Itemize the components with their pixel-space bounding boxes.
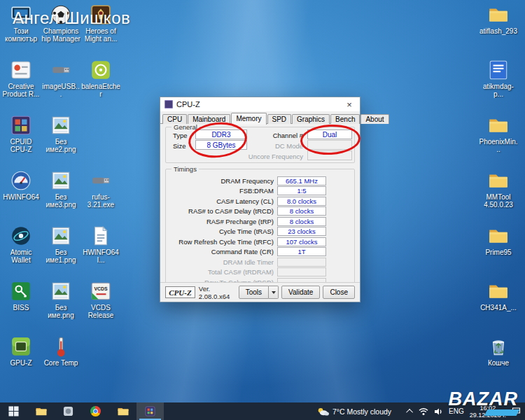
timing-label: DRAM Frequency <box>170 177 277 185</box>
wifi-icon[interactable] <box>419 407 428 416</box>
close-button[interactable]: Close <box>323 286 355 299</box>
timing-value-field: 8.0 clocks <box>277 197 326 206</box>
tools-dropdown-button[interactable] <box>269 286 279 299</box>
desktop-icon-imageusb[interactable]: imageUSB... <box>41 58 80 113</box>
desktop-icon-ch341a[interactable]: CH341A_... <box>479 279 518 335</box>
desktop-icon-без-име3-png[interactable]: Без име3.png <box>41 169 80 224</box>
chevron-up-icon[interactable] <box>408 409 413 414</box>
creative-icon <box>9 58 33 82</box>
tools-button[interactable]: Tools <box>239 286 269 299</box>
window-close-button[interactable]: × <box>339 97 360 111</box>
timing-value-field: 1:5 <box>277 186 326 195</box>
desktop-icon-grid-left: Този компютърChampionship Manager 0...He… <box>1 3 121 390</box>
tab-graphics[interactable]: Graphics <box>292 114 330 124</box>
desktop-icon-prime95[interactable]: Prime95 <box>479 224 518 279</box>
desktop-icon-без-име2-png[interactable]: Без име2.png <box>41 113 80 169</box>
desktop-icon-без-име1-png[interactable]: Без име1.png <box>41 224 80 279</box>
desktop-icon-vcds-release-12-12[interactable]: VCDSVCDS Release 12.12 <box>81 279 120 335</box>
timings-legend: Timings <box>172 165 199 173</box>
desktop-icon-balenaetcher[interactable]: balenaEtcher <box>81 58 120 113</box>
atikmdag-icon <box>486 58 510 82</box>
desktop-icon-label: balenaEtcher <box>81 83 120 98</box>
desktop-icon-label: Creative Product R... <box>1 83 41 98</box>
timing-value-field: 23 clocks <box>277 227 326 236</box>
tab-bench[interactable]: Bench <box>330 114 360 124</box>
desktop-icon-label: rufus-3.21.exe <box>81 193 120 209</box>
folder-icon <box>486 224 510 248</box>
desktop-icon-label: Atomic Wallet <box>1 248 41 264</box>
timing-row-fsb-dram: FSB:DRAM1:5 <box>166 186 354 197</box>
desktop-icon-label: Heroes of Might an... <box>81 27 120 43</box>
timing-row-command-rate-cr: Command Rate (CR)1T <box>166 247 354 258</box>
dc-mode-label: DC Mode <box>239 142 303 150</box>
desktop-icon-core-temp[interactable]: Core Temp <box>41 335 80 390</box>
desktop-icon-кошче[interactable]: Кошче <box>479 335 518 390</box>
taskbar-folder[interactable] <box>109 402 136 420</box>
desktop-icon-label: Без име3.png <box>41 193 80 209</box>
desktop-icon-label: Без име2.png <box>41 138 80 153</box>
tools-split-button: Tools <box>239 286 279 299</box>
hwinfo-icon <box>9 169 33 192</box>
biss-icon <box>9 279 33 303</box>
taskbar-app[interactable] <box>55 402 82 420</box>
desktop-icon-cpuid-cpu-z[interactable]: CPUID CPU-Z <box>1 113 41 169</box>
tab-cpu[interactable]: CPU <box>162 114 187 124</box>
windows-logo-icon <box>8 406 19 416</box>
timing-label: RAS# Precharge (tRP) <box>170 218 277 225</box>
desktop-icon-label: CH341A_... <box>479 304 518 312</box>
cpuz-titlebar[interactable]: CPU-Z × <box>160 97 360 111</box>
tab-spd[interactable]: SPD <box>267 114 292 124</box>
desktop-icon-hwinfo64-i[interactable]: HWINFO64 I... <box>81 224 120 279</box>
desktop-icon-rufus-3-21-exe[interactable]: rufus-3.21.exe <box>81 169 120 224</box>
taskbar-chrome[interactable] <box>82 402 109 420</box>
desktop-icon-atikmdag-p[interactable]: atikmdag-p... <box>479 58 518 113</box>
cpuz-icon <box>145 406 155 416</box>
cpuz-icon <box>9 113 33 137</box>
desktop-icon-atomic-wallet[interactable]: Atomic Wallet <box>1 224 41 279</box>
timing-label: Cycle Time (tRAS) <box>170 227 277 235</box>
type-label: Type <box>173 132 188 139</box>
desktop-icon-label: atikmdag-p... <box>479 83 518 98</box>
desktop-icon-gpu-z[interactable]: GPU-Z <box>1 335 41 390</box>
taskbar-cpuz[interactable] <box>136 402 164 420</box>
validate-button[interactable]: Validate <box>281 286 320 299</box>
desktop-icon-label: Prime95 <box>479 248 518 256</box>
desktop-icon-hwinfo64[interactable]: HWINFO64 <box>1 169 41 224</box>
watermark-site-shape <box>484 410 520 416</box>
close-icon: × <box>346 99 352 110</box>
timing-row-ras-precharge-trp: RAS# Precharge (tRP)8 clocks <box>166 216 354 227</box>
desktop-icon-без-име-png[interactable]: Без име.png <box>41 279 80 335</box>
channel-label: Channel # <box>239 132 303 139</box>
vcds-icon: VCDS <box>89 279 113 303</box>
etcher-icon <box>89 58 113 82</box>
desktop-icon-mmtool-4-50-0-23[interactable]: MMTool 4.50.0.23 <box>479 169 518 224</box>
timing-value-field: 8 clocks <box>277 206 326 216</box>
desktop-icon-label: atiflash_293 <box>479 27 518 35</box>
uncore-frequency-label: Uncore Frequency <box>236 153 303 160</box>
usb-icon <box>89 169 113 192</box>
timing-row-cas-latency-cl: CAS# Latency (CL)8.0 clocks <box>166 196 354 206</box>
desktop-icon-atiflash-293[interactable]: atiflash_293 <box>479 3 518 58</box>
gpuz-icon <box>9 335 33 358</box>
desktop-icon-creative-product-r[interactable]: Creative Product R... <box>1 58 41 113</box>
tab-about[interactable]: About <box>360 114 388 124</box>
atomic-icon <box>9 224 33 248</box>
desktop-icon-label: Без име1.png <box>41 248 80 264</box>
volume-icon[interactable] <box>434 407 443 416</box>
timing-label: CAS# Latency (CL) <box>170 197 277 205</box>
weather-widget[interactable]: 7°C Mostly cloudy <box>317 407 391 416</box>
chevron-down-icon <box>272 291 276 294</box>
desktop-icon-biss[interactable]: BISS <box>1 279 41 335</box>
desktop-icon-label: VCDS Release 12.12 <box>81 304 120 320</box>
watermark-owner-text: Ангел Шишков <box>13 8 130 28</box>
timings-section: Timings DRAM Frequency665.1 MHzFSB:DRAM1… <box>165 169 355 289</box>
desktop-icon-label: Този компютър <box>1 27 41 43</box>
start-button[interactable] <box>0 402 27 420</box>
folder-icon <box>486 279 510 303</box>
image-icon <box>49 279 73 303</box>
chrome-icon <box>90 406 101 416</box>
taskbar-file-explorer[interactable] <box>27 402 55 420</box>
desktop-icon-phoenixmin[interactable]: PhoenixMin... <box>479 113 518 169</box>
tab-memory[interactable]: Memory <box>231 113 266 125</box>
timing-label: FSB:DRAM <box>170 187 277 195</box>
